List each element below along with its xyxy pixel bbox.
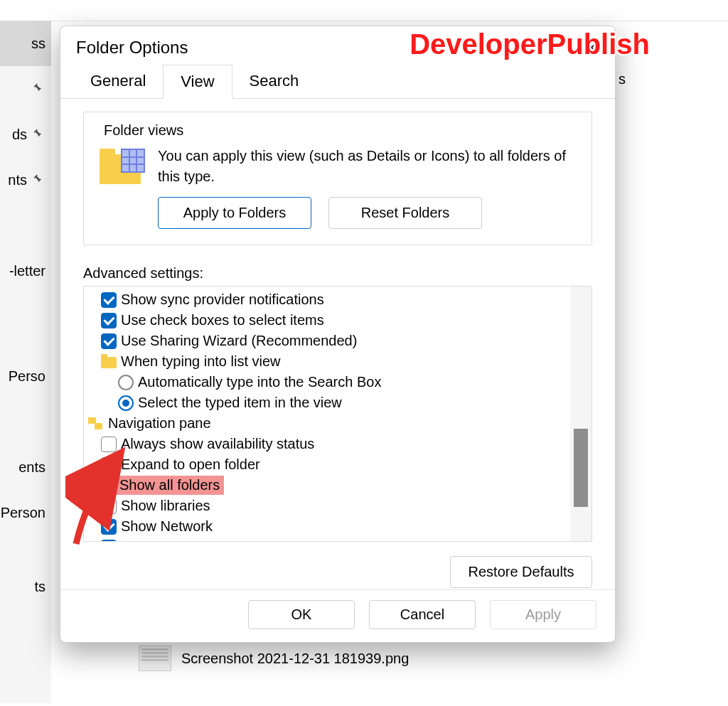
reset-folders-button[interactable]: Reset Folders	[328, 197, 482, 229]
nav-pane-icon	[88, 417, 104, 430]
tab-search[interactable]: Search	[232, 65, 316, 98]
folder-views-group: Folder views You can apply this view (su…	[83, 112, 592, 245]
advanced-settings-list: Show sync provider notifications Use che…	[83, 286, 592, 542]
pin-icon	[30, 171, 48, 188]
checkbox-show-network[interactable]	[101, 519, 117, 535]
label: Automatically type into the Search Box	[138, 373, 381, 392]
radio-select-typed[interactable]	[118, 395, 134, 411]
sidebar-item[interactable]: nts	[0, 157, 51, 203]
background-sidebar: ss ds nts -letter Perso ents Person ts	[0, 21, 51, 703]
sidebar-item[interactable]: ds	[0, 112, 51, 157]
label: Show sync provider notifications	[121, 290, 324, 309]
folder-views-text: You can apply this view (such as Details…	[158, 146, 576, 187]
file-thumbnail-icon	[139, 646, 171, 671]
watermark: DeveloperPublish	[410, 28, 650, 60]
apply-to-folders-button[interactable]: Apply to Folders	[158, 197, 311, 229]
tabs: General View Search	[60, 65, 615, 99]
checkbox-show-this-pc[interactable]	[101, 540, 117, 542]
label: Use check boxes to select items	[121, 311, 324, 330]
radio-auto-type[interactable]	[118, 375, 134, 390]
checkbox-sharing-wizard[interactable]	[101, 333, 117, 349]
restore-defaults-button[interactable]: Restore Defaults	[450, 556, 592, 588]
sidebar-item[interactable]: Perso	[0, 353, 51, 399]
dialog-footer: OK Cancel Apply	[60, 589, 615, 642]
checkbox-availability[interactable]	[101, 437, 117, 452]
background-text: s	[619, 71, 626, 87]
sidebar-item[interactable]: ts	[0, 564, 51, 609]
pin-icon	[30, 80, 48, 97]
sidebar-item[interactable]	[0, 203, 51, 248]
scrollbar[interactable]	[570, 287, 592, 541]
sidebar-item[interactable]: ss	[0, 21, 51, 66]
label: Show This PC	[121, 537, 210, 541]
advanced-settings-label: Advanced settings:	[83, 265, 592, 282]
checkbox-use-check-boxes[interactable]	[101, 313, 117, 328]
label: Show all folders	[119, 476, 220, 495]
folder-icon	[101, 357, 117, 368]
label: Select the typed item in the view	[138, 393, 342, 412]
checkbox-show-libraries[interactable]	[101, 498, 117, 514]
scrollbar-thumb[interactable]	[574, 429, 588, 507]
tab-view[interactable]: View	[163, 65, 232, 99]
cancel-button[interactable]: Cancel	[369, 600, 476, 629]
group-label: Navigation pane	[108, 414, 211, 433]
sidebar-item[interactable]: ents	[0, 444, 51, 490]
sidebar-item[interactable]: Person	[0, 490, 51, 535]
folder-options-dialog: Folder Options General View Search Folde…	[60, 26, 616, 643]
separator	[51, 21, 728, 21]
label: Use Sharing Wizard (Recommended)	[121, 331, 357, 351]
group-legend: Folder views	[100, 122, 188, 139]
label: Show Network	[121, 517, 213, 536]
group-label: When typing into list view	[121, 352, 281, 371]
sidebar-item[interactable]: -letter	[0, 248, 51, 294]
checkbox-sync[interactable]	[101, 292, 117, 308]
label: Always show availability status	[121, 434, 314, 454]
ok-button[interactable]: OK	[248, 600, 355, 629]
file-name: Screenshot 2021-12-31 181939.png	[181, 651, 409, 667]
folder-views-icon	[100, 149, 145, 186]
sidebar-item[interactable]	[0, 66, 51, 112]
label: Expand to open folder	[121, 455, 260, 474]
label: Show libraries	[121, 496, 210, 515]
file-row[interactable]: Screenshot 2021-12-31 181939.png	[139, 646, 409, 671]
checkbox-expand[interactable]	[101, 457, 117, 473]
dialog-title: Folder Options	[76, 38, 188, 58]
tab-general[interactable]: General	[73, 65, 163, 98]
checkbox-show-all-folders[interactable]	[100, 478, 115, 493]
apply-button: Apply	[490, 600, 596, 629]
pin-icon	[30, 125, 48, 143]
